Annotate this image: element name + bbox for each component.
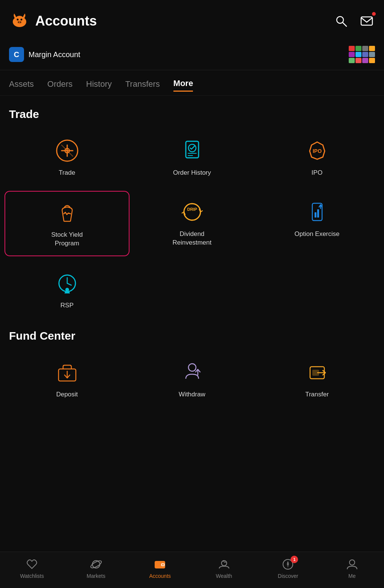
svg-text:DRIP: DRIP: [187, 207, 197, 212]
svg-rect-26: [317, 209, 319, 218]
withdraw-label: Withdraw: [179, 390, 205, 399]
tab-transfers[interactable]: Transfers: [125, 79, 160, 91]
app-logo: [9, 11, 30, 32]
svg-point-34: [188, 364, 196, 371]
option-exercise-label: Option Exercise: [295, 230, 340, 239]
heart-icon: [26, 558, 38, 571]
account-selector[interactable]: C Margin Account: [0, 39, 384, 70]
dividend-label: DividendReinvestment: [173, 230, 212, 247]
nav-accounts-label: Accounts: [149, 573, 171, 579]
svg-point-5: [17, 21, 22, 24]
deposit-item[interactable]: Deposit: [5, 351, 130, 407]
svg-rect-38: [312, 370, 319, 376]
svg-line-9: [343, 23, 346, 26]
discover-badge: 1: [291, 556, 298, 563]
withdraw-icon: [179, 359, 206, 386]
trade-grid: Trade Order History IPO IPO: [0, 130, 384, 317]
account-icon: C: [9, 47, 24, 62]
svg-point-49: [349, 560, 355, 565]
stock-yield-icon: [54, 199, 81, 226]
tab-assets[interactable]: Assets: [9, 79, 34, 91]
order-history-item[interactable]: Order History: [130, 130, 254, 185]
trade-label: Trade: [59, 169, 75, 177]
messages-button[interactable]: [358, 13, 375, 29]
deposit-icon: [54, 359, 81, 386]
transfer-item[interactable]: Transfer: [254, 351, 379, 407]
svg-point-3: [17, 19, 19, 21]
wealth-icon: [218, 558, 230, 571]
ipo-label: IPO: [312, 169, 322, 177]
nav-wealth[interactable]: Wealth: [192, 558, 256, 579]
svg-point-43: [162, 564, 164, 565]
option-exercise-icon: [304, 198, 331, 225]
svg-line-30: [67, 283, 71, 285]
svg-point-31: [65, 288, 69, 292]
withdraw-item[interactable]: Withdraw: [130, 351, 254, 407]
page-title: Accounts: [35, 13, 97, 29]
person-icon: [346, 558, 358, 571]
fund-grid: Deposit Withdraw: [0, 351, 384, 407]
planet-icon: [90, 558, 102, 571]
deposit-label: Deposit: [56, 390, 78, 399]
account-name: Margin Account: [29, 50, 344, 59]
nav-me-label: Me: [348, 573, 355, 579]
nav-markets-label: Markets: [87, 573, 105, 579]
svg-rect-10: [361, 17, 372, 25]
trade-icon: [54, 137, 81, 164]
messages-badge: [372, 12, 376, 16]
ipo-item[interactable]: IPO IPO: [254, 130, 379, 185]
dividend-icon: DRIP: [179, 198, 206, 225]
tabs-nav: Assets Orders History Transfers More: [0, 70, 384, 96]
nav-markets[interactable]: Markets: [64, 558, 128, 579]
rsp-item[interactable]: RSP: [5, 262, 130, 317]
nav-accounts[interactable]: Accounts: [128, 558, 192, 579]
rsp-label: RSP: [60, 301, 74, 310]
wallet-icon: [154, 558, 166, 571]
order-history-icon: [179, 137, 206, 164]
svg-point-7: [20, 22, 21, 23]
rsp-icon: [54, 270, 81, 297]
stock-yield-label: Stock YieldProgram: [51, 231, 83, 248]
svg-point-4: [21, 19, 23, 21]
nav-discover-label: Discover: [278, 573, 298, 579]
tab-history[interactable]: History: [86, 79, 111, 91]
svg-point-6: [18, 22, 19, 23]
trade-item[interactable]: Trade: [5, 130, 130, 185]
search-button[interactable]: [333, 13, 349, 29]
bottom-nav: Watchlists Markets Accounts: [0, 552, 384, 588]
nav-watchlists[interactable]: Watchlists: [0, 558, 64, 579]
tab-more[interactable]: More: [173, 79, 193, 92]
nav-discover[interactable]: 1 Discover: [256, 558, 320, 579]
svg-rect-25: [315, 212, 316, 218]
colorful-grid: [349, 46, 375, 63]
option-exercise-item[interactable]: Option Exercise: [254, 191, 379, 256]
header-actions: [333, 13, 375, 29]
header-left: Accounts: [9, 11, 97, 32]
trade-section-heading: Trade: [0, 96, 384, 130]
svg-point-48: [287, 564, 289, 565]
transfer-label: Transfer: [305, 390, 329, 399]
compass-icon: 1: [282, 558, 294, 571]
svg-text:IPO: IPO: [312, 148, 321, 154]
dividend-item[interactable]: DRIP DividendReinvestment: [130, 191, 254, 256]
nav-wealth-label: Wealth: [216, 573, 232, 579]
header: Accounts: [0, 0, 384, 39]
order-history-label: Order History: [173, 169, 211, 177]
nav-me[interactable]: Me: [320, 558, 384, 579]
fund-section-heading: Fund Center: [0, 317, 384, 351]
ipo-icon: IPO: [304, 137, 331, 164]
nav-watchlists-label: Watchlists: [20, 573, 44, 579]
stock-yield-item[interactable]: Stock YieldProgram: [5, 191, 130, 256]
transfer-icon: [304, 359, 331, 386]
tab-orders[interactable]: Orders: [47, 79, 72, 91]
